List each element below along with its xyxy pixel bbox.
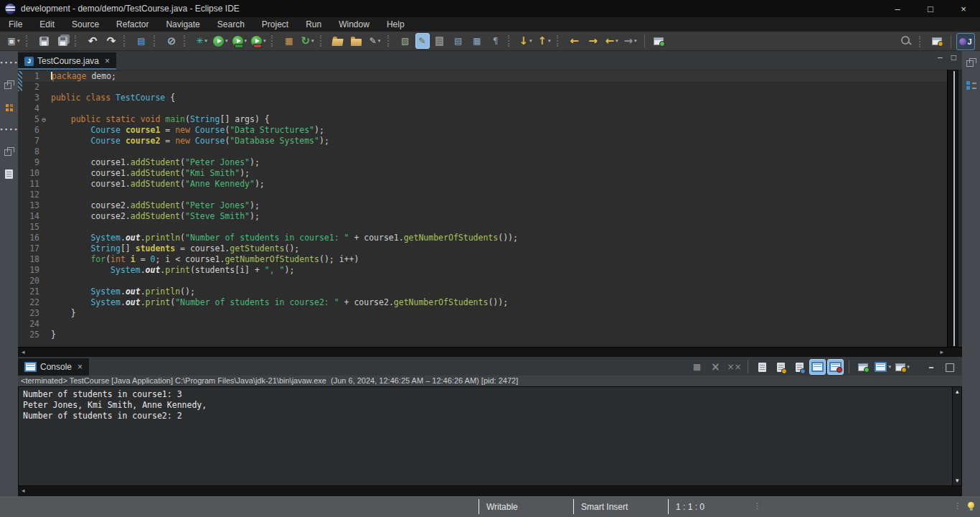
- new-class-button[interactable]: ▧: [397, 33, 414, 49]
- code-line-9[interactable]: 9 course1.addStudent("Peter Jones");: [18, 157, 947, 168]
- line-number[interactable]: 7: [18, 136, 42, 146]
- remove-launch-button[interactable]: ×: [707, 359, 724, 375]
- format-button[interactable]: ✎▾: [367, 33, 384, 49]
- menu-help[interactable]: Help: [378, 18, 413, 31]
- console-output[interactable]: Number of students in course1: 3Peter Jo…: [18, 386, 952, 486]
- code-line-17[interactable]: 17 String[] students = course1.getStuden…: [18, 243, 947, 254]
- outline-view-icon[interactable]: [963, 77, 980, 93]
- scroll-down-icon[interactable]: ▾: [956, 478, 959, 484]
- menu-window[interactable]: Window: [330, 18, 378, 31]
- show-stderr-toggle[interactable]: [827, 359, 844, 375]
- line-number[interactable]: 20: [18, 276, 42, 287]
- save-button[interactable]: [35, 33, 52, 49]
- console-vertical-scrollbar[interactable]: ▴ ▾: [952, 386, 962, 486]
- line-number[interactable]: 21: [18, 287, 42, 297]
- profile-button[interactable]: ▾: [250, 33, 268, 49]
- restore-view-button[interactable]: [1, 77, 18, 93]
- line-number[interactable]: 22: [18, 297, 42, 308]
- show-selected-element-button[interactable]: [431, 33, 448, 49]
- package-explorer-icon[interactable]: [1, 99, 18, 115]
- line-number[interactable]: 4: [18, 103, 42, 114]
- menu-refactor[interactable]: Refactor: [108, 18, 157, 31]
- menu-project[interactable]: Project: [253, 18, 297, 31]
- mark-occurrences-toggle[interactable]: ✎: [415, 33, 430, 49]
- line-number[interactable]: 9: [18, 157, 42, 168]
- code-line-20[interactable]: 20: [18, 276, 947, 287]
- menu-search[interactable]: Search: [209, 18, 253, 31]
- block-selection-toggle[interactable]: ▤: [450, 33, 467, 49]
- code-line-15[interactable]: 15: [18, 222, 947, 233]
- save-all-button[interactable]: [54, 33, 71, 49]
- code-line-3[interactable]: 3public class TestCourse {: [18, 93, 947, 103]
- code-line-8[interactable]: 8: [18, 146, 947, 157]
- run-button[interactable]: ▾: [212, 33, 230, 49]
- code-line-13[interactable]: 13 course2.addStudent("Peter Jones");: [18, 200, 947, 211]
- open-perspective-button[interactable]: [928, 34, 946, 50]
- code-line-1[interactable]: 1package demo;: [18, 71, 947, 82]
- display-console-button[interactable]: ▾: [873, 359, 892, 375]
- tab-testcourse-java[interactable]: J TestCourse.java ×: [18, 52, 116, 70]
- line-number[interactable]: 23: [18, 308, 42, 319]
- show-whitespace-toggle[interactable]: ¶: [487, 33, 504, 49]
- code-line-7[interactable]: 7 Course course2 = new Course("Database …: [18, 136, 947, 146]
- pin-editor-button[interactable]: [650, 33, 667, 49]
- debug-button[interactable]: ✳▾: [193, 33, 210, 49]
- undo-button[interactable]: ↶: [84, 33, 101, 49]
- restore-view-button-2[interactable]: [1, 144, 18, 159]
- code-line-19[interactable]: 19 System.out.print(students[i] + ", ");: [18, 265, 947, 276]
- new-java-item-button[interactable]: ▦: [281, 33, 298, 49]
- import-button[interactable]: [348, 33, 365, 49]
- line-number[interactable]: 3: [18, 93, 42, 103]
- maximize-editor-button[interactable]: □: [951, 53, 956, 62]
- code-line-24[interactable]: 24: [18, 319, 947, 330]
- minimize-console-button[interactable]: –: [923, 359, 940, 375]
- line-number[interactable]: 15: [18, 222, 42, 233]
- back-button[interactable]: ←▾: [603, 33, 621, 49]
- line-number[interactable]: 25: [18, 330, 42, 340]
- code-line-10[interactable]: 10 course1.addStudent("Kmi Smith");: [18, 168, 947, 179]
- last-edit-location-button[interactable]: ←: [566, 33, 583, 49]
- skip-breakpoints-button[interactable]: ⊘: [163, 33, 180, 49]
- open-file-button[interactable]: [329, 33, 347, 49]
- line-number[interactable]: 11: [18, 179, 42, 190]
- code-line-5[interactable]: 5⊖ public static void main(String[] args…: [18, 114, 947, 125]
- line-number[interactable]: 18: [18, 254, 42, 265]
- code-line-18[interactable]: 18 for(int i = 0; i < course1.getNumberO…: [18, 254, 947, 265]
- terminate-button[interactable]: ■: [688, 359, 705, 375]
- line-number[interactable]: 14: [18, 211, 42, 222]
- scroll-up-icon[interactable]: ▴: [956, 388, 959, 395]
- minimize-window-button[interactable]: –: [881, 0, 914, 17]
- code-line-22[interactable]: 22 System.out.print("Number of students …: [18, 297, 947, 308]
- scroll-lock-toggle[interactable]: [772, 359, 789, 375]
- search-button[interactable]: [898, 34, 915, 50]
- menu-edit[interactable]: Edit: [31, 18, 63, 31]
- remove-all-launches-button[interactable]: ××: [725, 359, 743, 375]
- close-tab-icon[interactable]: ×: [105, 56, 110, 66]
- code-line-4[interactable]: 4: [18, 103, 947, 114]
- scroll-right-icon[interactable]: ▸: [940, 348, 943, 357]
- previous-annotation-button[interactable]: ↑▾: [536, 33, 553, 49]
- code-line-14[interactable]: 14 course2.addStudent("Steve Smith");: [18, 211, 947, 222]
- line-number[interactable]: 5: [18, 114, 42, 125]
- close-tab-icon[interactable]: ×: [77, 362, 83, 372]
- editor-horizontal-scrollbar[interactable]: ◂ ▸: [18, 347, 962, 357]
- pin-console-toggle[interactable]: [854, 359, 872, 375]
- line-number[interactable]: 8: [18, 146, 42, 157]
- coverage-button[interactable]: ▾: [231, 33, 249, 49]
- line-number[interactable]: 19: [18, 265, 42, 276]
- code-editor[interactable]: 1package demo;23public class TestCourse …: [18, 70, 962, 348]
- show-source-button[interactable]: ▦: [468, 33, 486, 49]
- external-tools-button[interactable]: ↻▾: [299, 33, 316, 49]
- menu-source[interactable]: Source: [63, 18, 108, 31]
- redo-button[interactable]: ↷: [103, 33, 120, 49]
- word-wrap-toggle[interactable]: [791, 359, 808, 375]
- minimize-editor-button[interactable]: –: [938, 53, 943, 62]
- fold-marker-icon[interactable]: ⊖: [42, 114, 51, 125]
- maximize-console-button[interactable]: □: [941, 359, 958, 375]
- java-perspective-button[interactable]: J: [956, 33, 975, 50]
- console-horizontal-scrollbar[interactable]: ◂: [18, 486, 962, 496]
- line-number[interactable]: 16: [18, 233, 42, 243]
- scroll-left-icon[interactable]: ◂: [22, 486, 25, 495]
- line-number[interactable]: 17: [18, 243, 42, 254]
- code-line-25[interactable]: 25}: [18, 330, 947, 340]
